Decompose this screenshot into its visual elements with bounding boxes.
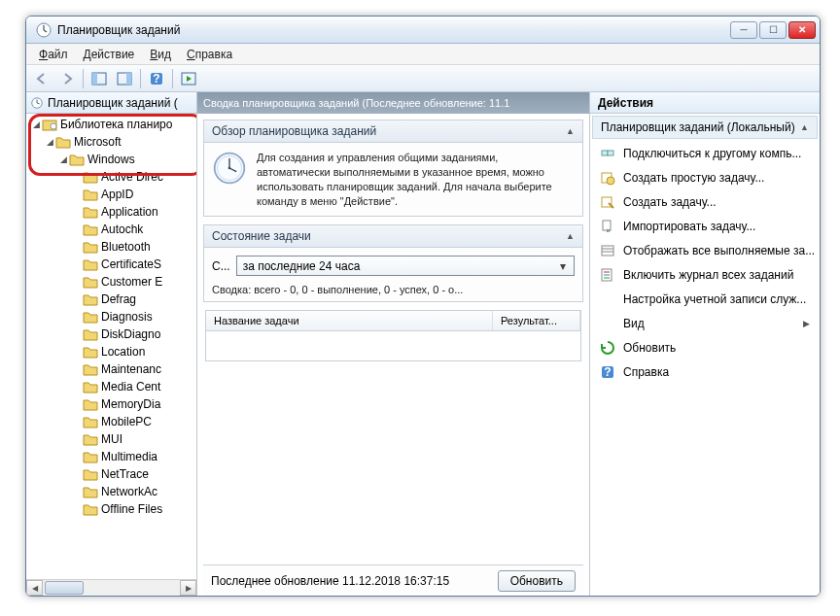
tree-item-library[interactable]: ◢ Библиотека планиро <box>26 116 196 133</box>
show-tree-button[interactable] <box>88 68 111 89</box>
folder-icon <box>83 170 98 184</box>
back-button[interactable] <box>30 68 53 89</box>
tree-item-folder[interactable]: Offline Files <box>26 500 196 518</box>
folder-icon <box>83 292 98 306</box>
tree-item-folder[interactable]: Bluetooth <box>26 238 196 256</box>
tree-item-folder[interactable]: Location <box>26 343 196 360</box>
actions-subheader[interactable]: Планировщик заданий (Локальный) ▲ <box>592 116 818 139</box>
status-prefix: С... <box>212 259 230 273</box>
action-item[interactable]: Создать задачу... <box>592 190 818 214</box>
app-icon <box>36 22 52 38</box>
action-item[interactable]: Включить журнал всех заданий <box>592 263 818 287</box>
col-result[interactable]: Результат... <box>493 311 580 330</box>
tree-item-folder[interactable]: NetTrace <box>26 465 196 483</box>
scroll-left-button[interactable]: ◀ <box>26 580 43 596</box>
forward-button[interactable] <box>55 68 79 89</box>
tree-item-folder[interactable]: MemoryDia <box>26 395 196 413</box>
app-window: Планировщик заданий ─ ☐ ✕ Файл Действие … <box>25 16 821 597</box>
dropdown-icon: ▾ <box>556 259 570 273</box>
tree-item-folder[interactable]: Defrag <box>26 291 196 308</box>
collapse-icon[interactable]: ◢ <box>57 154 69 164</box>
action-item[interactable]: Вид▶ <box>592 312 818 335</box>
actions-header: Действия <box>590 92 820 114</box>
refresh-button[interactable]: Обновить <box>498 570 576 592</box>
folder-icon <box>83 257 98 271</box>
action-item[interactable]: Отображать все выполняемые за... <box>592 239 818 262</box>
tree-item-folder[interactable]: DiskDiagno <box>26 325 196 343</box>
menu-help[interactable]: Справка <box>180 46 239 63</box>
folder-icon <box>83 467 98 481</box>
action-item[interactable]: Обновить <box>592 336 818 359</box>
overview-text: Для создания и управления общими задания… <box>257 151 575 208</box>
action-icon <box>600 340 615 356</box>
toolbar: ? <box>26 65 820 92</box>
period-combo[interactable]: за последние 24 часа ▾ <box>236 256 575 276</box>
help-button[interactable]: ? <box>145 68 168 89</box>
folder-icon <box>83 502 98 516</box>
tree-item-folder[interactable]: Media Cent <box>26 378 196 395</box>
scroll-right-button[interactable]: ▶ <box>180 580 196 596</box>
col-task-name[interactable]: Название задачи <box>206 311 493 330</box>
tree-item-folder[interactable]: CertificateS <box>26 256 196 273</box>
clock-icon <box>212 151 247 186</box>
tree-item-folder[interactable]: MobilePC <box>26 413 196 430</box>
tree-item-folder[interactable]: Customer E <box>26 273 196 291</box>
action-item[interactable]: Создать простую задачу... <box>592 166 818 189</box>
svg-rect-21 <box>608 151 613 155</box>
action-item[interactable]: Настройка учетной записи служ... <box>592 288 818 311</box>
tree-item-folder[interactable]: Maintenanc <box>26 360 196 378</box>
folder-icon <box>83 450 98 463</box>
tree-body[interactable]: ◢ Библиотека планиро ◢ Microsoft ◢ Windo… <box>26 114 196 579</box>
maximize-button[interactable]: ☐ <box>759 21 787 39</box>
folder-icon <box>83 275 98 289</box>
action-item[interactable]: Подключиться к другому компь... <box>592 142 818 165</box>
action-item[interactable]: ?Справка <box>592 360 818 384</box>
client-area: Планировщик заданий ( ◢ Библиотека плани… <box>26 92 820 596</box>
tree-item-folder[interactable]: NetworkAc <box>26 483 196 500</box>
scroll-thumb[interactable] <box>45 581 84 595</box>
folder-icon <box>83 205 98 219</box>
submenu-arrow-icon: ▶ <box>803 319 810 328</box>
tree-item-folder[interactable]: Autochk <box>26 221 196 238</box>
titlebar[interactable]: Планировщик заданий ─ ☐ ✕ <box>26 17 820 44</box>
folder-icon <box>69 153 85 166</box>
folder-icon <box>83 485 98 498</box>
close-button[interactable]: ✕ <box>788 21 816 39</box>
task-table: Название задачи Результат... <box>205 310 581 361</box>
tree-pane: Планировщик заданий ( ◢ Библиотека плани… <box>26 92 197 596</box>
tree-item-microsoft[interactable]: ◢ Microsoft <box>26 133 196 151</box>
collapse-icon[interactable]: ▲ <box>566 126 575 136</box>
tree-item-folder[interactable]: Multimedia <box>26 448 196 465</box>
tree-h-scrollbar[interactable]: ◀ ▶ <box>26 579 196 596</box>
folder-icon <box>83 345 98 359</box>
tree-item-folder[interactable]: Application <box>26 203 196 221</box>
action-icon <box>600 146 615 161</box>
collapse-icon[interactable]: ▲ <box>566 231 575 241</box>
show-actions-button[interactable] <box>113 68 136 89</box>
menu-view[interactable]: Вид <box>143 46 178 63</box>
overview-title: Обзор планировщика заданий <box>212 124 376 138</box>
action-item[interactable]: Импортировать задачу... <box>592 215 818 238</box>
menu-action[interactable]: Действие <box>77 46 142 63</box>
folder-icon <box>83 240 98 254</box>
collapse-icon[interactable]: ◢ <box>30 120 42 129</box>
minimize-button[interactable]: ─ <box>730 21 757 39</box>
svg-point-19 <box>228 167 231 170</box>
collapse-icon[interactable]: ◢ <box>44 137 55 147</box>
tree-item-folder[interactable]: Active Direc <box>26 168 196 186</box>
svg-text:?: ? <box>604 365 611 379</box>
svg-rect-4 <box>92 73 97 85</box>
run-button[interactable] <box>177 68 200 89</box>
svg-rect-6 <box>126 73 131 85</box>
summary-text: Сводка: всего - 0, 0 - выполнение, 0 - у… <box>204 284 582 301</box>
tree-item-folder[interactable]: AppID <box>26 186 196 203</box>
folder-icon <box>83 432 98 446</box>
tree-item-folder[interactable]: MUI <box>26 430 196 448</box>
menu-file[interactable]: Файл <box>32 46 75 63</box>
svg-rect-26 <box>602 246 613 256</box>
tree-item-windows[interactable]: ◢ Windows <box>26 151 196 168</box>
collapse-icon[interactable]: ▲ <box>800 122 809 132</box>
folder-icon <box>83 397 98 411</box>
tree-item-folder[interactable]: Diagnosis <box>26 308 196 325</box>
action-icon <box>600 243 615 258</box>
